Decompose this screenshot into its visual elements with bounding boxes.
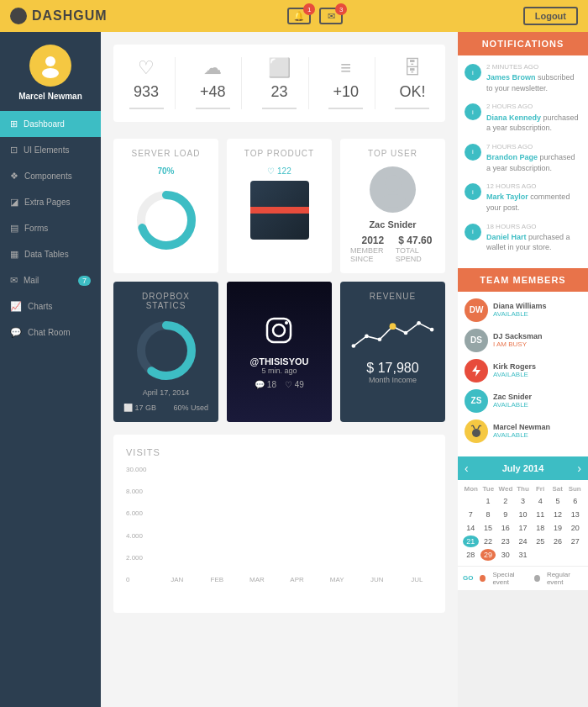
calendar-body: Mon Tue Wed Thu Fri Sat Sun 123456789101… xyxy=(458,480,588,566)
mail-nav-icon: ✉ xyxy=(10,275,18,286)
svg-point-10 xyxy=(285,321,288,324)
svg-point-9 xyxy=(273,324,285,336)
nav-label-tables: Data Tables xyxy=(24,250,69,259)
cal-day[interactable]: 16 xyxy=(497,522,513,534)
notif-content-1: 2 HOURS AGO Diana Kennedy purchased a ye… xyxy=(486,102,581,133)
cal-day[interactable]: 2 xyxy=(497,495,513,507)
notif-link-1[interactable]: Diana Kennedy xyxy=(486,113,541,122)
news-icon: ≡ xyxy=(340,57,351,79)
cal-day[interactable]: 13 xyxy=(567,509,583,520)
cal-day[interactable]: 29 xyxy=(480,549,496,561)
team-info-4: Marcel Newman AVAILABLE xyxy=(493,423,581,439)
nav-label-mail: Mail xyxy=(24,276,39,285)
cal-day[interactable]: 27 xyxy=(567,536,583,547)
cal-prev-button[interactable]: ‹ xyxy=(465,462,469,475)
sidebar-item-mail[interactable]: ✉ Mail 7 xyxy=(0,267,101,293)
cal-day[interactable]: 15 xyxy=(480,522,496,534)
cal-day[interactable]: 7 xyxy=(463,509,479,520)
notif-time-4: 18 HOURS AGO xyxy=(486,222,581,231)
cal-day[interactable]: 31 xyxy=(515,549,531,561)
cal-day[interactable]: 11 xyxy=(533,509,549,520)
bar-group-jun: JUN xyxy=(361,572,393,583)
team-name-1: DJ Sacksman xyxy=(493,332,581,340)
notif-link-2[interactable]: Brandon Page xyxy=(486,153,538,161)
sidebar-nav: ⊞ Dashboard ⊡ UI Elements ❖ Components ◪… xyxy=(0,111,101,346)
sidebar-item-chat[interactable]: 💬 Chat Room xyxy=(0,319,101,346)
stat-line-5 xyxy=(395,108,429,109)
nav-label-chat: Chat Room xyxy=(28,328,71,337)
cal-day[interactable]: 25 xyxy=(533,536,549,547)
cal-day[interactable]: 14 xyxy=(463,522,479,534)
team-avatar-0: DW xyxy=(465,298,488,322)
svg-line-20 xyxy=(473,425,475,429)
instagram-icon xyxy=(264,315,294,351)
mail-icon-wrap[interactable]: ✉ 3 xyxy=(319,8,343,24)
cal-day[interactable]: 18 xyxy=(533,522,549,534)
notif-link-4[interactable]: Daniel Hart xyxy=(486,233,527,241)
y-label-4: 2.000 xyxy=(126,554,146,562)
bell-icon-wrap[interactable]: 🔔 1 xyxy=(287,8,311,24)
sidebar-item-extra-pages[interactable]: ◪ Extra Pages xyxy=(0,189,101,215)
cal-day[interactable]: 26 xyxy=(550,536,566,547)
logout-button[interactable]: Logout xyxy=(523,7,578,25)
user-avatar-icon xyxy=(372,169,414,211)
cal-day[interactable]: 23 xyxy=(497,536,513,547)
sidebar-username: Marcel Newman xyxy=(18,92,82,101)
table-icon: ▦ xyxy=(10,249,18,260)
regular-event-label: Regular event xyxy=(547,571,583,586)
notif-item-1: i 2 HOURS AGO Diana Kennedy purchased a … xyxy=(465,102,581,133)
bar-group-mar: MAR xyxy=(241,572,273,583)
cal-day[interactable]: 22 xyxy=(480,536,496,547)
team-avatar-4 xyxy=(465,419,488,443)
grid-icon: ⊞ xyxy=(10,119,18,129)
cal-day[interactable]: 19 xyxy=(550,522,566,534)
sidebar-item-dashboard[interactable]: ⊞ Dashboard xyxy=(0,111,101,137)
sidebar-item-forms[interactable]: ▤ Forms xyxy=(0,215,101,241)
cal-day[interactable]: 21 xyxy=(463,536,479,547)
cal-day[interactable]: 24 xyxy=(515,536,531,547)
team-header: TEAM MEMBERS xyxy=(458,268,588,292)
team-status-4: AVAILABLE xyxy=(493,431,581,439)
cal-day[interactable]: 5 xyxy=(550,495,566,507)
cal-day[interactable]: 17 xyxy=(515,522,531,534)
cal-day[interactable]: 3 xyxy=(515,495,531,507)
cal-day[interactable]: 30 xyxy=(497,549,513,561)
sidebar-item-components[interactable]: ❖ Components xyxy=(0,163,101,189)
notif-link-0[interactable]: James Brown xyxy=(486,73,536,82)
sidebar-item-ui-elements[interactable]: ⊡ UI Elements xyxy=(0,137,101,163)
team-status-1: I AM BUSY xyxy=(493,340,581,348)
avatar-icon xyxy=(38,53,63,78)
cal-day[interactable]: 8 xyxy=(480,509,496,520)
special-event-label: Special event xyxy=(492,571,528,586)
instagram-stats: 💬 18 ♡ 49 xyxy=(255,380,304,389)
instagram-hearts: ♡ 49 xyxy=(285,380,304,389)
cal-next-button[interactable]: › xyxy=(577,462,581,475)
cal-day[interactable]: 4 xyxy=(533,495,549,507)
stat-line xyxy=(129,108,164,109)
sidebar: Marcel Newman ⊞ Dashboard ⊡ UI Elements … xyxy=(0,32,101,707)
notif-item-4: i 18 HOURS AGO Daniel Hart purchased a w… xyxy=(465,222,581,253)
donut-svg xyxy=(133,187,200,254)
svg-point-0 xyxy=(45,56,55,66)
cal-day xyxy=(463,495,479,507)
team-list: DW Diana Williams AVAILABLE DS DJ Sacksm… xyxy=(458,292,588,456)
cal-day[interactable]: 28 xyxy=(463,549,479,561)
cal-day[interactable]: 6 xyxy=(567,495,583,507)
mail-nav-badge: 7 xyxy=(78,276,91,286)
bar-group-jan: JAN xyxy=(161,572,193,583)
sidebar-item-data-tables[interactable]: ▦ Data Tables xyxy=(0,241,101,267)
day-name-fri: Fri xyxy=(532,485,549,493)
day-name-sun: Sun xyxy=(566,485,583,493)
cal-day[interactable]: 10 xyxy=(515,509,531,520)
team-name-0: Diana Williams xyxy=(493,302,581,310)
cal-day[interactable]: 1 xyxy=(480,495,496,507)
cal-day[interactable]: 20 xyxy=(567,522,583,534)
cal-day[interactable]: 9 xyxy=(497,509,513,520)
notif-link-3[interactable]: Mark Taylor xyxy=(486,193,528,201)
svg-marker-18 xyxy=(472,365,480,377)
cal-day[interactable]: 12 xyxy=(550,509,566,520)
team-info-1: DJ Sacksman I AM BUSY xyxy=(493,332,581,348)
sidebar-item-charts[interactable]: 📈 Charts xyxy=(0,293,101,319)
bar-group-may: MAY xyxy=(321,572,353,583)
header-icons: 🔔 1 ✉ 3 xyxy=(287,8,343,24)
